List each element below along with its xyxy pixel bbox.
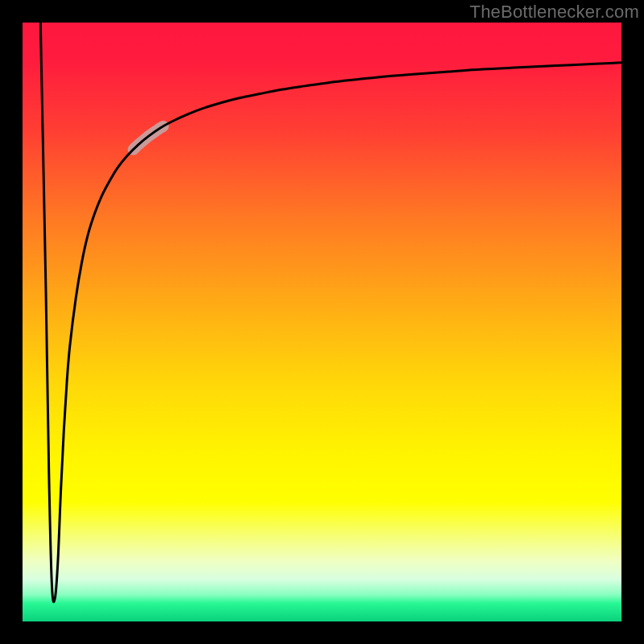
watermark-text: TheBottlenecker.com [470, 2, 639, 23]
plot-background [23, 23, 621, 621]
bottleneck-chart [0, 0, 644, 644]
chart-container: TheBottlenecker.com [0, 0, 644, 644]
